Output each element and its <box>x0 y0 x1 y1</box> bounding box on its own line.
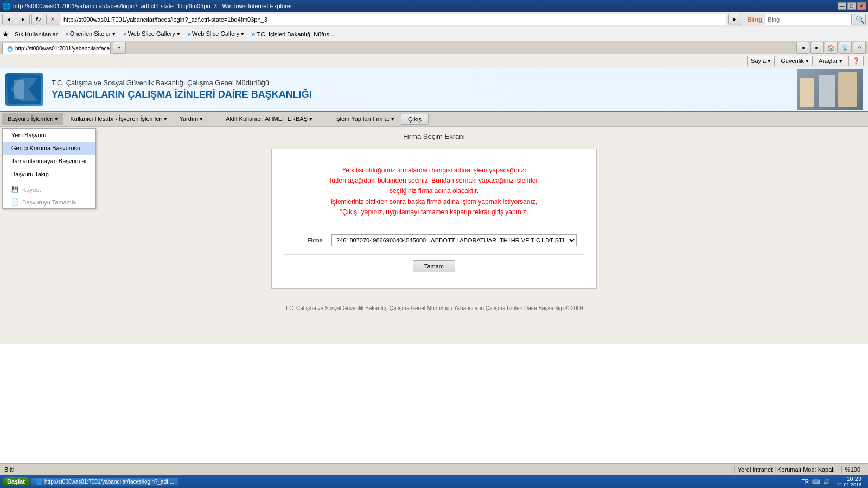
title-bar: 🌐 http://st000was01:7001/yabancılar/face… <box>0 0 868 12</box>
kaydet-item: 💾 Kaydet <box>3 183 95 196</box>
header-logo <box>5 73 43 106</box>
tamamlanmayan-item[interactable]: Tamamlanmayan Başvurular <box>3 155 95 168</box>
zoom-control[interactable]: %100 <box>841 466 864 473</box>
system-tray: TR ⌨ 🔊 10:29 21.01.2016 <box>802 476 866 487</box>
feeds-button[interactable]: 📡 <box>839 42 852 54</box>
ie-fav-icon-4: e <box>252 31 255 37</box>
yeni-basvuru-item[interactable]: Yeni Başvuru <box>3 129 95 142</box>
zone-info: Yerel intranet | Korumalı Mod: Kapalı <box>734 466 838 473</box>
page-content: Firma Seçim Ekranı Yetkilisi olduğunuz f… <box>0 127 868 344</box>
taskbar-ie-icon: 🌐 <box>36 479 42 485</box>
message-line-5: "Çıkış" yapınız, uygulamayı tamamen kapa… <box>288 207 580 217</box>
title-bar-left: 🌐 http://st000was01:7001/yabancılar/face… <box>2 2 292 10</box>
status-right: Yerel intranet | Korumalı Mod: Kapalı %1… <box>734 466 864 473</box>
islem-firma-info: İşlem Yapılan Firma: ▾ <box>330 113 400 125</box>
tab-controls: ◄ ► 🏠 📡 🖨 <box>796 42 866 54</box>
keyboard-icon: ⌨ <box>812 479 820 485</box>
address-input[interactable] <box>61 14 726 25</box>
logout-button[interactable]: Çıkış <box>401 114 429 125</box>
page-footer: T.C. Çalışma ve Sosyal Güvenlik Bakanlığ… <box>5 300 863 317</box>
complete-icon: 📄 <box>11 198 19 206</box>
header-title: YABANCILARIN ÇALIŞMA İZİNLERİ DAİRE BAŞK… <box>52 89 797 100</box>
stop-button[interactable]: ✕ <box>46 14 59 25</box>
kullanici-hesabi-menu[interactable]: Kullanıcı Hesabı - İşveren İşlemleri ▾ <box>65 113 173 125</box>
basvuru-dropdown: Yeni Başvuru Gecici Koruma Başvurusu Tam… <box>2 128 96 209</box>
header-text: T.C. Çalışma ve Sosyal Güvenlik Bakanlığ… <box>52 79 797 100</box>
close-button[interactable]: ✕ <box>857 2 866 10</box>
tamam-button[interactable]: Tamam <box>413 260 455 272</box>
menu-divider <box>3 182 95 182</box>
basvuruyu-tamamla-item: 📄 Başvuruyu Tamamla <box>3 196 95 208</box>
search-button[interactable]: 🔍 <box>854 14 866 25</box>
page-subtitle: Firma Seçim Ekranı <box>5 132 863 140</box>
active-user-info: Aktif Kullanıcı: AHMET ERBAŞ ▾ <box>220 113 318 125</box>
address-bar: ◄ ► ↻ ✕ ► Bing 🔍 <box>0 12 868 27</box>
navigate-button[interactable]: ► <box>728 14 741 25</box>
tab-scroll-left[interactable]: ◄ <box>796 42 809 54</box>
header-subtitle: T.C. Çalışma ve Sosyal Güvenlik Bakanlığ… <box>52 79 797 87</box>
nav-menu-bar: Başvuru İşlemleri ▾ Yeni Başvuru Gecici … <box>0 112 868 127</box>
firma-select[interactable]: 246180707049866903404545000 - ABBOTT LAB… <box>331 234 577 246</box>
forward-button[interactable]: ► <box>17 14 30 25</box>
basvuru-menu-wrapper: Başvuru İşlemleri ▾ Yeni Başvuru Gecici … <box>2 113 63 125</box>
ie-fav-icon-1: e <box>66 31 69 37</box>
search-input[interactable] <box>765 14 852 25</box>
refresh-button[interactable]: ↻ <box>31 14 44 25</box>
favorites-star-icon: ★ <box>2 30 9 38</box>
tab-scroll-right[interactable]: ► <box>810 42 824 54</box>
title-bar-controls: — □ ✕ <box>838 2 866 10</box>
basvuru-takip-item[interactable]: Başvuru Takip <box>3 168 95 181</box>
page-header: T.C. Çalışma ve Sosyal Güvenlik Bakanlığ… <box>0 68 868 112</box>
start-button[interactable]: Başlat <box>2 477 30 486</box>
status-bar: Bitti Yerel intranet | Korumalı Mod: Kap… <box>0 463 868 475</box>
minimize-button[interactable]: — <box>838 2 846 10</box>
basvuru-isleri-menu[interactable]: Başvuru İşlemleri ▾ <box>2 113 63 125</box>
window-title: http://st000was01:7001/yabancılar/faces/… <box>13 3 292 9</box>
message-line-2: lütfen aşağıdaki bölümden seçiniz. Bunda… <box>288 176 580 186</box>
form-panel: Yetkilisi olduğunuz firmalardan hangisi … <box>271 149 597 289</box>
taskbar: Başlat 🌐 http://st000was01:7001/yabancıl… <box>0 475 868 488</box>
gecici-koruma-item[interactable]: Gecici Koruma Başvurusu <box>3 142 95 155</box>
taskbar-window-item[interactable]: 🌐 http://st000was01:7001/yabancılar/face… <box>31 477 179 486</box>
taskbar-clock: 10:29 21.01.2016 <box>833 476 866 487</box>
bing-logo: Bing <box>747 15 763 23</box>
ie-icon: 🌐 <box>2 2 11 10</box>
fav-item-1[interactable]: e Önerilen Siteler ▾ <box>63 29 118 38</box>
panel-message: Yetkilisi olduğunuz firmalardan hangisi … <box>283 160 585 223</box>
fav-item-3[interactable]: e Web Slice Gallery ▾ <box>186 29 246 38</box>
guvenlik-button[interactable]: Güvenlik ▾ <box>777 56 813 66</box>
save-icon: 💾 <box>11 186 19 193</box>
favorites-label[interactable]: Sık Kullanılanlar <box>12 30 60 38</box>
tab-icon: 🌐 <box>7 46 13 52</box>
message-line-4: İşlemleriniz bittikten sonra başka firma… <box>288 197 580 207</box>
favorites-bar: ★ Sık Kullanılanlar e Önerilen Siteler ▾… <box>0 27 868 41</box>
home-button[interactable]: 🏠 <box>825 42 838 54</box>
ie-fav-icon-3: e <box>188 31 191 37</box>
message-line-1: Yetkilisi olduğunuz firmalardan hangisi … <box>288 165 580 176</box>
fav-item-2[interactable]: e Web Slice Gallery ▾ <box>122 29 182 38</box>
sayfa-button[interactable]: Sayfa ▾ <box>747 56 775 66</box>
fav-item-4[interactable]: e T.C. İçişleri Bakanlığı Nüfus ... <box>250 30 338 38</box>
header-image <box>797 69 863 110</box>
command-bar: Sayfa ▾ Güvenlik ▾ Araçlar ▾ ❓ <box>0 54 868 68</box>
speaker-icon: 🔊 <box>823 479 829 485</box>
clock-date: 21.01.2016 <box>837 482 861 487</box>
back-button[interactable]: ◄ <box>2 14 15 25</box>
firma-label: Firma : <box>293 237 326 243</box>
tab-bar: 🌐 http://st000was01:7001/yabancılar/face… <box>0 41 868 54</box>
print-button[interactable]: 🖨 <box>853 42 866 54</box>
maximize-button[interactable]: □ <box>847 2 856 10</box>
firma-row: Firma : 246180707049866903404545000 - AB… <box>283 234 585 246</box>
new-tab-button[interactable]: + <box>113 42 126 54</box>
clock-time: 10:29 <box>837 476 861 482</box>
yardim-menu[interactable]: Yardım ▾ <box>174 113 208 125</box>
lang-indicator: TR <box>802 479 809 485</box>
panel-footer: Tamam <box>283 254 585 278</box>
zoom-value: %100 <box>845 466 860 473</box>
ie-fav-icon-2: e <box>124 31 127 37</box>
araclar-button[interactable]: Araçlar ▾ <box>815 56 846 66</box>
tab-1[interactable]: 🌐 http://st000was01:7001/yabancılar/face… <box>2 43 111 54</box>
message-line-3: seçtiğiniz firma adına olacaktır. <box>288 186 580 196</box>
status-text: Bitti <box>4 466 730 473</box>
help-button[interactable]: ❓ <box>848 56 864 66</box>
